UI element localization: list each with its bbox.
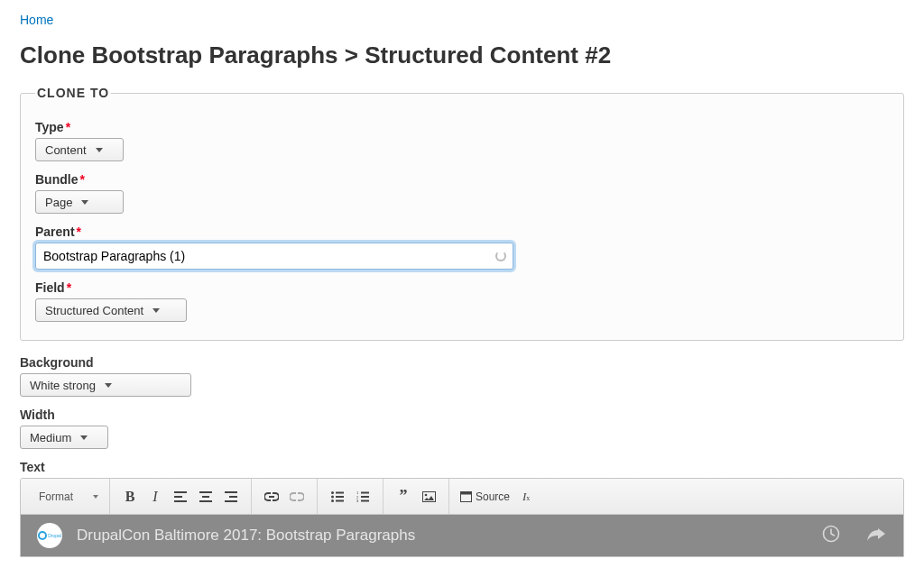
text-label: Text xyxy=(20,460,904,474)
watch-later-icon[interactable] xyxy=(822,525,840,547)
background-select-value: White strong xyxy=(30,379,96,392)
align-right-icon[interactable] xyxy=(220,486,242,508)
clone-to-fieldset: CLONE TO Type* Content Bundle* Page Pare… xyxy=(20,86,904,341)
bullet-list-icon[interactable] xyxy=(327,486,348,508)
type-label: Type* xyxy=(35,120,889,134)
width-select-value: Medium xyxy=(30,431,71,444)
video-title: DrupalCon Baltimore 2017: Bootstrap Para… xyxy=(77,527,822,545)
svg-point-0 xyxy=(331,491,334,494)
chevron-down-icon xyxy=(96,148,103,152)
rich-text-editor: Format B I xyxy=(20,478,904,557)
text-field-wrapper: Text Format B I xyxy=(20,460,904,557)
svg-rect-5 xyxy=(336,499,344,501)
autocomplete-throbber-icon xyxy=(495,251,506,261)
breadcrumb-home-link[interactable]: Home xyxy=(20,13,53,27)
background-label: Background xyxy=(20,355,904,370)
editor-toolbar: Format B I xyxy=(21,479,903,515)
svg-rect-3 xyxy=(336,496,344,498)
type-select[interactable]: Content xyxy=(35,138,124,161)
bundle-select-value: Page xyxy=(45,196,72,209)
clone-to-legend: CLONE TO xyxy=(35,86,111,100)
link-icon[interactable] xyxy=(261,486,282,508)
page-title: Clone Bootstrap Paragraphs > Structured … xyxy=(20,41,904,69)
embedded-video-header: Drupal DrupalCon Baltimore 2017: Bootstr… xyxy=(21,515,903,556)
svg-rect-11 xyxy=(361,499,369,501)
field-label: Field* xyxy=(35,280,889,295)
toolbar-group-list: 123 xyxy=(318,479,383,514)
svg-rect-9 xyxy=(361,496,369,498)
type-select-value: Content xyxy=(45,143,87,157)
chevron-down-icon xyxy=(93,495,98,499)
image-icon[interactable] xyxy=(418,486,439,508)
share-icon[interactable] xyxy=(865,526,887,546)
background-field-wrapper: Background White strong xyxy=(20,355,904,397)
required-marker: * xyxy=(77,224,81,239)
italic-icon[interactable]: I xyxy=(144,486,166,508)
toolbar-group-link xyxy=(252,479,318,514)
unlink-icon[interactable] xyxy=(286,486,308,508)
chevron-down-icon xyxy=(152,308,160,313)
remove-format-icon[interactable]: Ix xyxy=(515,486,537,508)
breadcrumb: Home xyxy=(20,13,904,27)
width-select[interactable]: Medium xyxy=(20,426,108,449)
toolbar-group-insert: ” xyxy=(383,479,449,514)
svg-point-2 xyxy=(331,495,334,498)
svg-rect-7 xyxy=(361,491,369,493)
bundle-field-wrapper: Bundle* Page xyxy=(35,172,889,214)
source-button[interactable]: Source xyxy=(460,490,510,503)
background-select[interactable]: White strong xyxy=(20,373,191,397)
width-label: Width xyxy=(20,408,904,422)
required-marker: * xyxy=(67,280,71,295)
toolbar-group-text: B I xyxy=(110,479,252,514)
svg-rect-15 xyxy=(461,491,472,494)
toolbar-group-source: Source Ix xyxy=(449,479,546,514)
drupal-logo-icon: Drupal xyxy=(37,523,62,548)
width-field-wrapper: Width Medium xyxy=(20,408,904,449)
svg-rect-1 xyxy=(336,491,344,493)
numbered-list-icon[interactable]: 123 xyxy=(352,486,374,508)
toolbar-group-format: Format xyxy=(26,479,110,514)
field-select[interactable]: Structured Content xyxy=(35,298,187,322)
chevron-down-icon xyxy=(105,383,112,388)
field-select-value: Structured Content xyxy=(45,304,143,317)
chevron-down-icon xyxy=(80,435,88,440)
svg-point-13 xyxy=(424,493,427,496)
bold-icon[interactable]: B xyxy=(119,486,141,508)
svg-text:3: 3 xyxy=(356,499,359,502)
svg-point-4 xyxy=(331,499,334,502)
required-marker: * xyxy=(66,120,70,134)
bundle-label: Bundle* xyxy=(35,172,889,187)
align-left-icon[interactable] xyxy=(170,486,191,508)
chevron-down-icon xyxy=(81,200,88,205)
align-center-icon[interactable] xyxy=(195,486,217,508)
type-field-wrapper: Type* Content xyxy=(35,120,889,161)
parent-label: Parent* xyxy=(35,224,889,239)
required-marker: * xyxy=(79,172,84,187)
format-select[interactable]: Format xyxy=(33,486,102,508)
parent-field-wrapper: Parent* xyxy=(35,224,889,270)
field-field-wrapper: Field* Structured Content xyxy=(35,280,889,322)
blockquote-icon[interactable]: ” xyxy=(393,486,414,508)
parent-input[interactable] xyxy=(35,243,513,270)
bundle-select[interactable]: Page xyxy=(35,190,124,214)
